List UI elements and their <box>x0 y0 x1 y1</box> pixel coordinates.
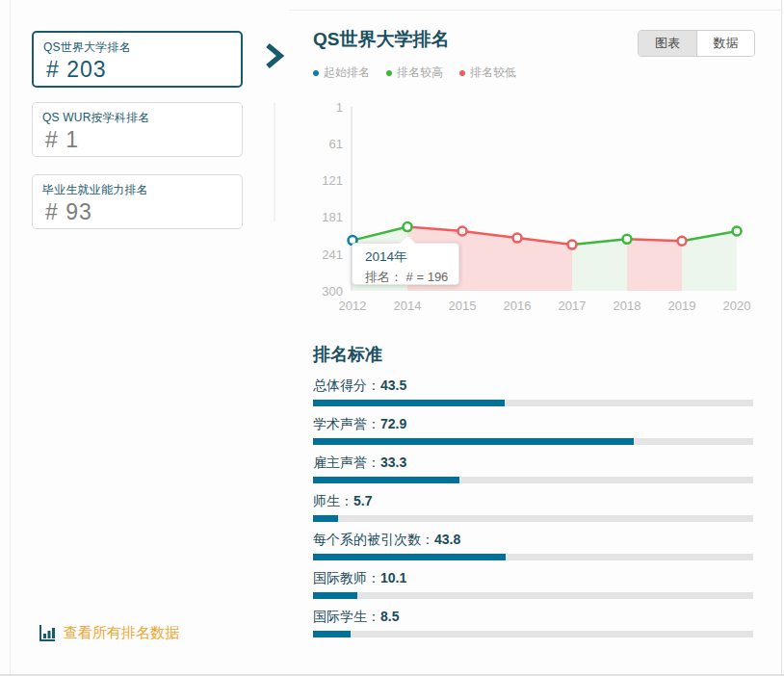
legend-label: 排名较低 <box>470 65 516 81</box>
chart-data-toggle: 图表 数据 <box>638 30 755 57</box>
criteria-value: 8.5 <box>380 609 399 624</box>
criteria-label: 雇主声誉：33.3 <box>313 455 753 471</box>
legend-item-rank-down[interactable]: 排名较低 <box>459 65 516 81</box>
rank-card-label: QS WUR按学科排名 <box>42 110 232 126</box>
criteria-bar-track <box>313 592 753 599</box>
svg-text:1: 1 <box>336 100 343 115</box>
criteria-bar-track <box>313 515 753 522</box>
svg-text:300: 300 <box>322 284 343 299</box>
rank-card-value: # 1 <box>42 127 232 153</box>
criteria-bar-track <box>313 400 753 406</box>
criteria-bar-track <box>313 438 753 445</box>
toggle-chart-button[interactable]: 图表 <box>639 31 696 56</box>
svg-text:2019: 2019 <box>668 299 696 313</box>
criteria-name: 每个系的被引次数： <box>313 532 434 547</box>
criteria-row: 学术声誉：72.9 <box>313 416 753 445</box>
left-border-line <box>10 0 11 676</box>
criteria-name: 总体得分： <box>313 377 380 393</box>
rankings-widget: QS世界大学排名 # 203 QS WUR按学科排名 # 1 毕业生就业能力排名… <box>0 0 784 676</box>
svg-text:121: 121 <box>322 173 343 188</box>
criteria-value: 33.3 <box>380 455 406 470</box>
ranking-criteria-section: 排名标准 总体得分：43.5学术声誉：72.9雇主声誉：33.3师生：5.7每个… <box>313 343 753 647</box>
chevron-right-icon[interactable] <box>263 42 288 69</box>
svg-text:2014: 2014 <box>394 299 422 313</box>
criteria-bar-fill <box>313 631 351 637</box>
legend-up-dot-icon <box>386 70 392 76</box>
legend-item-rank-up[interactable]: 排名较高 <box>386 65 443 81</box>
tooltip-rank: 排名： # = 196 <box>365 269 451 286</box>
top-border-line <box>289 10 781 11</box>
svg-text:61: 61 <box>329 137 343 151</box>
toggle-data-button[interactable]: 数据 <box>696 31 754 56</box>
criteria-label: 学术声誉：72.9 <box>313 416 753 432</box>
svg-text:241: 241 <box>322 247 343 262</box>
view-all-rankings-link[interactable]: 查看所有排名数据 <box>39 624 179 642</box>
chart-legend: 起始排名 排名较高 排名较低 <box>313 65 516 81</box>
criteria-value: 43.8 <box>434 532 460 547</box>
criteria-row: 总体得分：43.5 <box>313 377 753 406</box>
criteria-bar-fill <box>313 515 338 522</box>
criteria-row: 国际学生：8.5 <box>313 609 753 637</box>
criteria-bar-fill <box>313 477 459 483</box>
criteria-value: 5.7 <box>353 493 372 508</box>
svg-text:2016: 2016 <box>504 299 532 313</box>
criteria-section-title: 排名标准 <box>313 343 753 366</box>
criteria-bar-fill <box>313 554 506 560</box>
svg-text:2015: 2015 <box>449 299 477 313</box>
legend-label: 排名较高 <box>397 65 443 81</box>
rank-card-value: # 203 <box>43 57 231 83</box>
criteria-row: 每个系的被引次数：43.8 <box>313 532 753 560</box>
legend-start-dot-icon <box>313 70 319 76</box>
criteria-name: 国际学生： <box>313 609 380 624</box>
vertical-divider <box>274 103 275 221</box>
rank-card-label: QS世界大学排名 <box>43 39 231 56</box>
criteria-row: 师生：5.7 <box>313 493 753 522</box>
right-border-line <box>781 0 782 676</box>
svg-text:2012: 2012 <box>339 299 367 313</box>
svg-text:181: 181 <box>322 210 343 224</box>
criteria-label: 国际教师：10.1 <box>313 570 753 586</box>
chart-panel-title: QS世界大学排名 <box>313 27 449 52</box>
chart-tooltip: 2014年 排名： # = 196 <box>352 243 459 285</box>
criteria-label: 师生：5.7 <box>313 493 753 509</box>
criteria-value: 43.5 <box>380 377 406 393</box>
criteria-row: 国际教师：10.1 <box>313 570 753 599</box>
criteria-name: 雇主声誉： <box>313 455 380 470</box>
criteria-name: 国际教师： <box>313 570 380 585</box>
legend-down-dot-icon <box>459 70 465 76</box>
rank-card-employability[interactable]: 毕业生就业能力排名 # 93 <box>32 174 243 229</box>
bar-chart-icon <box>39 624 57 642</box>
legend-label: 起始排名 <box>324 65 370 81</box>
criteria-bar-track <box>313 554 753 560</box>
tooltip-year: 2014年 <box>365 248 451 266</box>
ranking-chart-svg[interactable]: 1611211812413002012201420152016201720182… <box>313 96 766 323</box>
rank-card-value: # 93 <box>42 199 232 225</box>
criteria-name: 师生： <box>313 493 353 508</box>
svg-text:2020: 2020 <box>723 299 751 313</box>
legend-item-start[interactable]: 起始排名 <box>313 65 370 81</box>
rank-card-qs-world[interactable]: QS世界大学排名 # 203 <box>32 31 243 88</box>
svg-text:2018: 2018 <box>614 299 641 313</box>
criteria-label: 每个系的被引次数：43.8 <box>313 532 753 548</box>
criteria-bar-track <box>313 477 753 483</box>
criteria-value: 10.1 <box>380 570 406 585</box>
criteria-bar-fill <box>313 438 634 445</box>
criteria-label: 国际学生：8.5 <box>313 609 753 625</box>
criteria-list: 总体得分：43.5学术声誉：72.9雇主声誉：33.3师生：5.7每个系的被引次… <box>313 377 753 637</box>
ranking-history-chart[interactable]: 1611211812413002012201420152016201720182… <box>313 96 766 323</box>
rank-card-label: 毕业生就业能力排名 <box>42 182 232 198</box>
criteria-bar-fill <box>313 592 357 599</box>
view-all-label: 查看所有排名数据 <box>64 624 179 642</box>
rank-card-wur-subject[interactable]: QS WUR按学科排名 # 1 <box>32 102 243 157</box>
criteria-row: 雇主声誉：33.3 <box>313 455 753 483</box>
criteria-bar-fill <box>313 400 505 406</box>
criteria-value: 72.9 <box>380 416 406 431</box>
criteria-bar-track <box>313 631 753 637</box>
criteria-label: 总体得分：43.5 <box>313 377 753 394</box>
svg-text:2017: 2017 <box>559 299 587 313</box>
criteria-name: 学术声誉： <box>313 416 380 431</box>
